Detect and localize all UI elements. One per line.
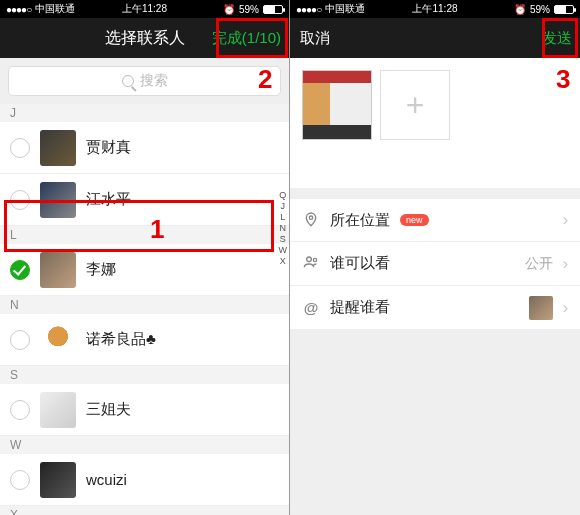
nav-bar: 取消 发送	[290, 18, 580, 58]
send-button[interactable]: 发送	[542, 29, 572, 48]
status-bar: ●●●●○中国联通 上午11:28 ⏰59%	[0, 0, 289, 18]
section-header: J	[0, 104, 289, 122]
alarm-icon: ⏰	[223, 4, 235, 15]
cancel-button[interactable]: 取消	[300, 29, 330, 48]
contact-row[interactable]: 江水平	[0, 174, 289, 226]
avatar	[40, 322, 76, 358]
compose-moment-screen: ●●●●○中国联通 上午11:28 ⏰59% 取消 发送 + 所在位置 new …	[290, 0, 580, 515]
at-icon: @	[302, 299, 320, 316]
location-pin-icon	[302, 211, 320, 230]
carrier-label: 中国联通	[325, 2, 365, 16]
contact-row[interactable]: 贾财真	[0, 122, 289, 174]
avatar	[40, 130, 76, 166]
annotation-label: 2	[258, 64, 272, 95]
mention-option[interactable]: @ 提醒谁看 ›	[290, 286, 580, 330]
privacy-value: 公开	[525, 255, 553, 273]
nav-bar: 选择联系人 完成(1/10)	[0, 18, 289, 58]
radio-unchecked-icon	[10, 330, 30, 350]
contact-picker-screen: ●●●●○中国联通 上午11:28 ⏰59% 选择联系人 完成(1/10) 搜索…	[0, 0, 290, 515]
annotation-label: 1	[150, 214, 164, 245]
radio-unchecked-icon	[10, 470, 30, 490]
alpha-index[interactable]: QJLNSWX	[279, 190, 288, 266]
battery-percent: 59%	[530, 4, 550, 15]
radio-checked-icon	[10, 260, 30, 280]
section-header: S	[0, 366, 289, 384]
contact-name: 江水平	[86, 190, 131, 209]
section-header: W	[0, 436, 289, 454]
contact-name: 三姐夫	[86, 400, 131, 419]
section-header: L	[0, 226, 289, 244]
status-time: 上午11:28	[98, 2, 190, 16]
privacy-option[interactable]: 谁可以看 公开 ›	[290, 242, 580, 286]
attached-image-thumb[interactable]	[302, 70, 372, 140]
contact-row[interactable]: 诺希良品♣	[0, 314, 289, 366]
contact-name: wcuizi	[86, 471, 127, 488]
mention-label: 提醒谁看	[330, 298, 390, 317]
contact-name: 贾财真	[86, 138, 131, 157]
carrier-label: 中国联通	[35, 2, 75, 16]
location-option[interactable]: 所在位置 new ›	[290, 198, 580, 242]
section-header: N	[0, 296, 289, 314]
status-bar: ●●●●○中国联通 上午11:28 ⏰59%	[290, 0, 580, 18]
contact-name: 李娜	[86, 260, 116, 279]
signal-icon: ●●●●○	[296, 4, 321, 15]
svg-point-1	[307, 257, 312, 262]
battery-icon	[554, 5, 574, 14]
signal-icon: ●●●●○	[6, 4, 31, 15]
mentioned-avatar	[529, 296, 553, 320]
avatar	[40, 392, 76, 428]
radio-unchecked-icon	[10, 190, 30, 210]
nav-title: 选择联系人	[105, 28, 185, 49]
avatar	[40, 182, 76, 218]
plus-icon: +	[406, 87, 425, 124]
privacy-icon	[302, 254, 320, 273]
contact-row[interactable]: 三姐夫	[0, 384, 289, 436]
status-time: 上午11:28	[389, 2, 482, 16]
chevron-right-icon: ›	[563, 211, 568, 229]
chevron-right-icon: ›	[563, 299, 568, 317]
compose-area[interactable]: +	[290, 58, 580, 188]
search-placeholder: 搜索	[140, 72, 168, 90]
alarm-icon: ⏰	[514, 4, 526, 15]
add-image-button[interactable]: +	[380, 70, 450, 140]
svg-point-0	[309, 216, 312, 219]
location-label: 所在位置	[330, 211, 390, 230]
battery-icon	[263, 5, 283, 14]
done-button[interactable]: 完成(1/10)	[212, 29, 281, 48]
radio-unchecked-icon	[10, 138, 30, 158]
contact-row[interactable]: 李娜	[0, 244, 289, 296]
avatar	[40, 252, 76, 288]
search-input[interactable]: 搜索	[8, 66, 281, 96]
privacy-label: 谁可以看	[330, 254, 390, 273]
svg-point-2	[313, 258, 316, 261]
search-icon	[122, 75, 134, 87]
avatar	[40, 462, 76, 498]
radio-unchecked-icon	[10, 400, 30, 420]
chevron-right-icon: ›	[563, 255, 568, 273]
new-badge: new	[400, 214, 429, 226]
annotation-label: 3	[556, 64, 570, 95]
section-header: X	[0, 506, 289, 515]
battery-percent: 59%	[239, 4, 259, 15]
contact-name: 诺希良品♣	[86, 330, 156, 349]
contact-row[interactable]: wcuizi	[0, 454, 289, 506]
